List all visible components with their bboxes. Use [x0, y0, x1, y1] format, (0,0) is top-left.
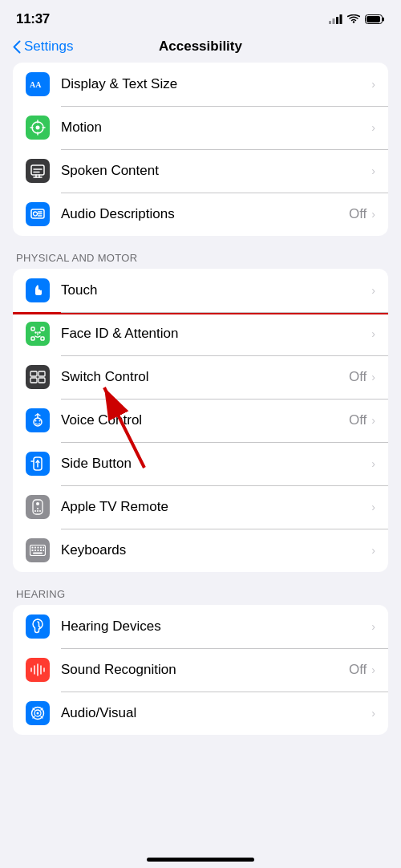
svg-rect-40 [33, 500, 43, 514]
signal-icon [329, 14, 342, 24]
hearing-devices-label: Hearing Devices [61, 619, 371, 635]
switch-control-value: Off [349, 369, 367, 385]
wifi-icon [347, 14, 360, 24]
svg-rect-25 [31, 337, 34, 340]
row-display-text-size[interactable]: AA Display & Text Size › [13, 63, 388, 106]
physical-motor-section: PHYSICAL AND MOTOR Touch › [0, 252, 401, 572]
svg-rect-3 [340, 14, 342, 24]
voice-control-label: Voice Control [61, 412, 349, 428]
vision-card: AA Display & Text Size › [13, 63, 388, 236]
back-label: Settings [24, 39, 73, 55]
svg-point-28 [38, 331, 40, 333]
row-keyboards[interactable]: Keyboards › [13, 529, 388, 572]
audio-descriptions-label: Audio Descriptions [61, 206, 349, 222]
side-button-icon [26, 452, 50, 476]
main-content: AA Display & Text Size › [0, 63, 401, 735]
svg-rect-52 [32, 550, 34, 551]
svg-point-35 [35, 420, 37, 422]
status-time: 11:37 [16, 11, 50, 27]
svg-rect-30 [30, 371, 37, 376]
row-switch-control[interactable]: Switch Control Off › [13, 355, 388, 399]
side-button-label: Side Button [61, 456, 371, 472]
svg-point-66 [37, 712, 39, 715]
touch-icon [26, 278, 50, 302]
row-touch[interactable]: Touch › [13, 269, 388, 312]
row-audio-descriptions[interactable]: Audio Descriptions Off › [13, 193, 388, 236]
row-voice-control[interactable]: Voice Control Off › [13, 399, 388, 442]
display-text-size-label: Display & Text Size [61, 76, 371, 92]
svg-point-27 [34, 331, 36, 333]
home-indicator-container [0, 848, 401, 868]
svg-text:AA: AA [30, 80, 42, 89]
switch-control-icon [26, 365, 50, 389]
svg-point-44 [37, 510, 38, 512]
sound-recognition-chevron: › [371, 663, 375, 676]
row-face-id[interactable]: Face ID & Attention › [13, 312, 388, 355]
hearing-label: HEARING [0, 588, 401, 605]
audio-visual-label: Audio/Visual [61, 705, 371, 721]
physical-motor-card: Touch › Face ID & [13, 269, 388, 572]
keyboards-chevron: › [371, 544, 375, 557]
svg-rect-2 [336, 17, 338, 24]
nav-bar: Settings Accessibility [0, 32, 401, 63]
row-side-button[interactable]: Side Button › [13, 442, 388, 485]
row-hearing-devices[interactable]: Hearing Devices › [13, 605, 388, 648]
svg-point-9 [36, 126, 40, 130]
sound-recognition-label: Sound Recognition [61, 662, 349, 678]
svg-rect-54 [38, 550, 39, 551]
voice-control-value: Off [349, 412, 367, 428]
audio-descriptions-value: Off [349, 206, 367, 222]
face-id-icon [26, 322, 50, 346]
home-indicator [147, 858, 254, 862]
switch-control-label: Switch Control [61, 369, 349, 385]
apple-tv-remote-chevron: › [371, 501, 375, 513]
voice-control-chevron: › [371, 414, 375, 427]
vision-section: AA Display & Text Size › [0, 63, 401, 236]
motion-label: Motion [61, 120, 371, 136]
svg-rect-5 [383, 18, 385, 22]
apple-tv-remote-icon [26, 495, 50, 519]
svg-point-45 [39, 510, 41, 512]
svg-rect-55 [40, 550, 42, 551]
keyboards-label: Keyboards [61, 542, 371, 558]
sound-recognition-value: Off [349, 662, 367, 678]
svg-rect-32 [30, 378, 37, 383]
svg-rect-1 [333, 18, 335, 24]
row-motion[interactable]: Motion › [13, 106, 388, 149]
display-text-size-icon: AA [26, 72, 50, 96]
spoken-content-chevron: › [371, 164, 375, 177]
sound-recognition-icon [26, 658, 50, 682]
battery-icon [365, 14, 385, 24]
apple-tv-remote-label: Apple TV Remote [61, 499, 371, 515]
svg-rect-31 [38, 371, 45, 376]
svg-rect-14 [31, 165, 44, 175]
svg-point-36 [39, 420, 41, 422]
svg-point-41 [36, 502, 39, 505]
status-bar: 11:37 [0, 0, 401, 32]
svg-rect-53 [34, 550, 36, 551]
back-chevron-icon [13, 40, 21, 54]
audio-visual-chevron: › [371, 707, 375, 720]
row-audio-visual[interactable]: Audio/Visual › [13, 692, 388, 735]
touch-chevron: › [371, 284, 375, 297]
side-button-chevron: › [371, 457, 375, 470]
svg-rect-6 [367, 16, 380, 22]
spoken-content-label: Spoken Content [61, 163, 371, 179]
hearing-section: HEARING Hearing Devices › [0, 588, 401, 735]
back-button[interactable]: Settings [13, 39, 73, 55]
keyboards-icon [26, 538, 50, 562]
svg-rect-56 [43, 550, 45, 551]
svg-rect-33 [38, 378, 45, 383]
audio-descriptions-icon [26, 202, 50, 226]
voice-control-icon [26, 408, 50, 432]
audio-descriptions-chevron: › [371, 208, 375, 221]
row-spoken-content[interactable]: Spoken Content › [13, 149, 388, 193]
svg-rect-47 [32, 547, 34, 549]
motion-chevron: › [371, 121, 375, 134]
physical-motor-label: PHYSICAL AND MOTOR [0, 252, 401, 269]
row-apple-tv-remote[interactable]: Apple TV Remote › [13, 485, 388, 529]
hearing-card: Hearing Devices › Sound Recognition Off … [13, 605, 388, 735]
svg-point-19 [34, 212, 38, 216]
row-sound-recognition[interactable]: Sound Recognition Off › [13, 648, 388, 692]
svg-rect-48 [34, 547, 36, 549]
